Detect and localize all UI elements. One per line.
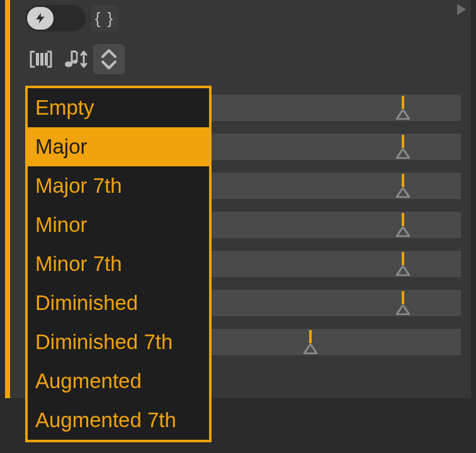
slider-thumb[interactable] bbox=[394, 135, 412, 159]
chord-select-button[interactable] bbox=[93, 44, 125, 74]
slider-thumb[interactable] bbox=[394, 96, 412, 120]
chord-menu-item[interactable]: Minor bbox=[28, 205, 209, 244]
braces-button[interactable]: { } bbox=[91, 5, 118, 32]
chord-menu-item[interactable]: Minor 7th bbox=[28, 244, 209, 284]
note-transpose-button[interactable] bbox=[59, 44, 91, 74]
piano-fold-button[interactable] bbox=[25, 44, 57, 74]
chord-menu-item[interactable]: Empty bbox=[28, 88, 209, 127]
mode-toggle[interactable] bbox=[25, 5, 86, 32]
slider-thumb[interactable] bbox=[394, 291, 412, 315]
slider-thumb[interactable] bbox=[394, 213, 412, 237]
bolt-icon bbox=[27, 7, 54, 30]
slider-thumb[interactable] bbox=[394, 174, 412, 198]
svg-rect-0 bbox=[36, 53, 39, 66]
chord-menu-item[interactable]: Augmented 7th bbox=[28, 401, 209, 440]
chord-menu-item[interactable]: Major bbox=[28, 127, 209, 166]
svg-rect-2 bbox=[45, 53, 48, 66]
chord-menu-item[interactable]: Diminished 7th bbox=[28, 323, 209, 362]
play-icon[interactable] bbox=[457, 4, 466, 15]
chord-type-menu: EmptyMajorMajor 7thMinorMinor 7thDiminis… bbox=[25, 86, 212, 442]
chord-menu-item[interactable]: Augmented bbox=[28, 362, 209, 401]
chord-menu-item[interactable]: Major 7th bbox=[28, 166, 209, 205]
svg-rect-1 bbox=[40, 53, 43, 66]
top-toolbar: { } bbox=[25, 5, 118, 32]
braces-icon: { } bbox=[95, 9, 115, 28]
slider-thumb[interactable] bbox=[394, 252, 412, 276]
slider-thumb[interactable] bbox=[302, 330, 319, 354]
chord-menu-item[interactable]: Diminished bbox=[28, 284, 209, 323]
icon-toolbar bbox=[25, 44, 125, 74]
